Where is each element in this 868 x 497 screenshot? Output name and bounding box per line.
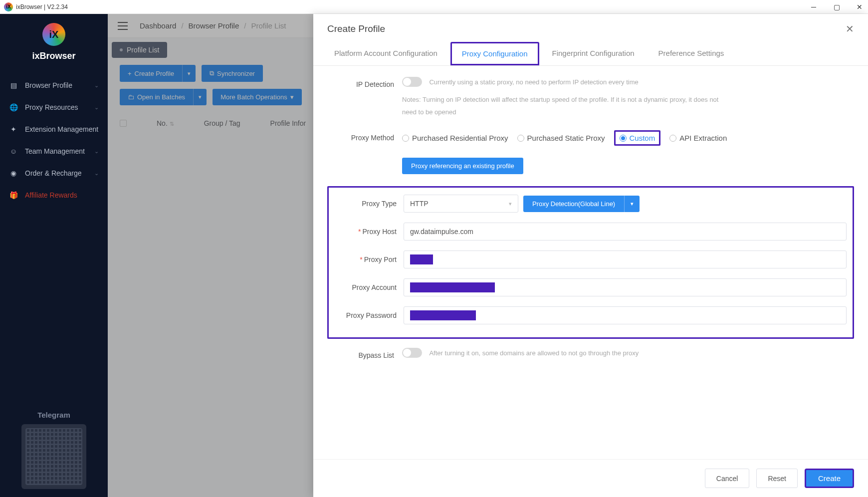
radio-label: Purchased Static Proxy [527, 134, 605, 142]
sidebar-item-team-management[interactable]: ☺Team Management⌄ [0, 140, 108, 162]
telegram-title: Telegram [8, 411, 100, 419]
chevron-down-icon: ⌄ [94, 82, 99, 89]
proxy-fields-highlight: Proxy Type HTTP ▾ Proxy Detection(Global… [327, 186, 854, 339]
puzzle-icon: ✦ [9, 125, 18, 133]
nav-label: Order & Recharge [25, 169, 82, 177]
chevron-down-icon: ⌄ [94, 104, 99, 111]
sidebar-item-affiliate-rewards[interactable]: 🎁Affiliate Rewards [0, 184, 108, 206]
sidebar-item-order-recharge[interactable]: ◉Order & Recharge⌄ [0, 162, 108, 184]
close-window-button[interactable]: ✕ [855, 2, 864, 11]
chevron-down-icon: ⌄ [94, 170, 99, 177]
radio-residential-proxy[interactable]: Purchased Residential Proxy [402, 134, 508, 142]
nav-label: Extension Management [25, 125, 98, 133]
logo: iX ixBrowser [0, 14, 108, 65]
tab-proxy-config[interactable]: Proxy Configuration [450, 42, 539, 65]
bypass-list-toggle[interactable] [402, 348, 422, 358]
window-title: ixBrowser | V2.2.34 [16, 3, 68, 10]
nav-label: Affiliate Rewards [25, 191, 77, 199]
window-icon: ▤ [9, 81, 18, 89]
radio-static-proxy[interactable]: Purchased Static Proxy [517, 134, 605, 142]
redacted-value [410, 254, 433, 264]
radio-custom[interactable]: Custom [620, 134, 655, 142]
nav-label: Team Management [25, 147, 85, 155]
users-icon: ☺ [9, 147, 18, 155]
gift-icon: 🎁 [9, 191, 18, 199]
create-profile-panel: Create Profile ✕ Platform Account Config… [313, 14, 868, 497]
proxy-password-input[interactable] [404, 306, 847, 324]
ip-detection-notes: Notes: Turning on IP detection will affe… [402, 94, 721, 118]
proxy-detection-button[interactable]: Proxy Detection(Global Line) [523, 196, 624, 212]
ip-detection-hint: Currently using a static proxy, no need … [429, 78, 638, 86]
qr-code[interactable] [21, 424, 86, 489]
proxy-port-label: *Proxy Port [335, 255, 404, 263]
sidebar-item-extension-management[interactable]: ✦Extension Management [0, 118, 108, 140]
radio-label: API Extraction [679, 134, 727, 142]
proxy-method-label: Proxy Method [327, 130, 402, 142]
globe-icon: 🌐 [9, 103, 18, 111]
proxy-reference-button[interactable]: Proxy referencing an existing profile [402, 158, 523, 174]
proxy-port-input[interactable] [404, 250, 847, 268]
create-button[interactable]: Create [805, 469, 854, 488]
maximize-button[interactable]: ▢ [832, 2, 841, 11]
cancel-button[interactable]: Cancel [705, 469, 750, 488]
chevron-down-icon: ▾ [509, 201, 512, 207]
ip-detection-label: IP Detection [327, 77, 402, 88]
radio-label: Purchased Residential Proxy [412, 134, 508, 142]
select-value: HTTP [410, 200, 429, 208]
ip-detection-toggle[interactable] [402, 77, 422, 87]
tab-preference-settings[interactable]: Preference Settings [648, 42, 735, 65]
proxy-type-select[interactable]: HTTP ▾ [404, 195, 518, 213]
nav-label: Proxy Resources [25, 103, 78, 111]
telegram-widget: Telegram [0, 403, 108, 497]
proxy-account-input[interactable] [404, 278, 847, 296]
radio-custom-highlight: Custom [614, 130, 661, 146]
nav-label: Browser Profile [25, 81, 72, 89]
proxy-password-label: Proxy Password [335, 311, 404, 319]
coin-icon: ◉ [9, 169, 18, 177]
proxy-host-input[interactable] [404, 223, 847, 241]
panel-tabs: Platform Account Configuration Proxy Con… [313, 35, 868, 66]
redacted-value [410, 282, 495, 292]
chevron-down-icon: ⌄ [94, 148, 99, 155]
logo-icon: iX [42, 23, 65, 46]
radio-api-extraction[interactable]: API Extraction [669, 134, 727, 142]
form-body: IP Detection Currently using a static pr… [313, 66, 868, 459]
sidebar-item-proxy-resources[interactable]: 🌐Proxy Resources⌄ [0, 96, 108, 118]
proxy-host-label: *Proxy Host [335, 228, 404, 236]
reset-button[interactable]: Reset [756, 469, 798, 488]
bypass-list-hint: After turning it on, some domains are al… [429, 349, 639, 357]
main-area: Dashboard / Browser Profile / Profile Li… [108, 14, 868, 497]
minimize-button[interactable]: ─ [809, 2, 818, 11]
close-panel-button[interactable]: ✕ [846, 23, 854, 35]
tab-fingerprint-config[interactable]: Fingerprint Configuration [541, 42, 646, 65]
proxy-type-label: Proxy Type [335, 200, 404, 208]
brand-name: ixBrowser [0, 51, 108, 61]
radio-label: Custom [630, 134, 655, 142]
proxy-detection-dropdown[interactable]: ▾ [624, 196, 640, 212]
panel-title: Create Profile [327, 23, 385, 34]
sidebar-item-browser-profile[interactable]: ▤Browser Profile⌄ [0, 74, 108, 96]
sidebar: iX ixBrowser ▤Browser Profile⌄ 🌐Proxy Re… [0, 14, 108, 497]
bypass-list-label: Bypass List [327, 348, 402, 359]
titlebar: iX ixBrowser | V2.2.34 ─ ▢ ✕ [0, 0, 868, 14]
tab-platform-config[interactable]: Platform Account Configuration [323, 42, 448, 65]
panel-footer: Cancel Reset Create [313, 459, 868, 497]
proxy-account-label: Proxy Account [335, 283, 404, 291]
app-icon: iX [4, 2, 13, 11]
redacted-value [410, 310, 476, 320]
